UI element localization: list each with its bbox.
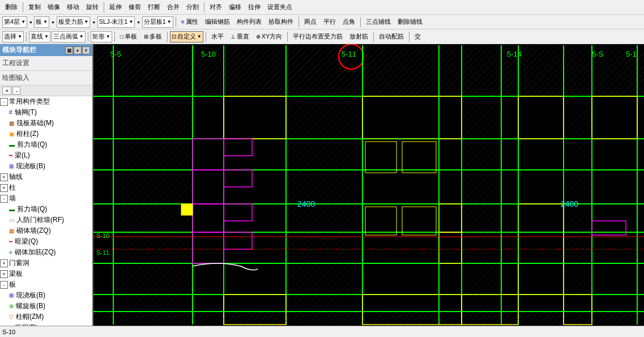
- wall-group-toggle[interactable]: -: [0, 195, 8, 203]
- component-list-label: 构件列表: [237, 18, 262, 26]
- tree-slab-group[interactable]: - 板: [0, 279, 92, 290]
- line-combo[interactable]: 直线 ▼: [29, 31, 50, 42]
- tree-wall-group[interactable]: - 墙: [0, 193, 92, 204]
- panel-pin-btn[interactable]: ♦: [74, 46, 82, 54]
- custom-arrow: ▼: [197, 34, 202, 39]
- stretch-btn[interactable]: 拉伸: [245, 2, 263, 12]
- tree-beam-group[interactable]: + 梁板: [0, 268, 92, 279]
- axis-group-toggle[interactable]: +: [0, 173, 8, 181]
- multi-slab-btn[interactable]: ⊞ 多板: [141, 31, 165, 42]
- section-select[interactable]: 分层板1 ▼: [142, 16, 173, 28]
- common-toggle[interactable]: -: [0, 98, 8, 106]
- select-combo[interactable]: 选择 ▼: [2, 31, 24, 42]
- parallel-rebar-btn[interactable]: 平行边布置受力筋: [290, 31, 346, 42]
- tree-axis-group[interactable]: + 轴线: [0, 172, 92, 182]
- delete-assist-btn[interactable]: 删除辅线: [395, 16, 425, 27]
- tree-beam[interactable]: ━ 梁(L): [0, 150, 92, 161]
- component-type-select[interactable]: 板 ▼: [34, 16, 49, 28]
- split-label: 分割: [186, 3, 199, 11]
- angle-btn[interactable]: 点角: [340, 16, 358, 27]
- drawing-input-link[interactable]: 绘图输入: [2, 72, 90, 84]
- vertical-icon: ⊥: [231, 33, 236, 40]
- slab-group-toggle[interactable]: -: [0, 281, 8, 289]
- tree-common-header[interactable]: - 常用构件类型: [0, 96, 92, 107]
- grip-btn[interactable]: 设置夹点: [265, 2, 295, 12]
- sub-component-select[interactable]: 板受力筋 ▼: [57, 16, 91, 28]
- axis-5-5-label: 5-5: [110, 50, 121, 58]
- horizontal-btn[interactable]: 水平: [208, 31, 227, 42]
- radial-btn[interactable]: 放射筋: [347, 31, 371, 42]
- sub-component-label: 板受力筋: [58, 18, 83, 26]
- three-point-btn[interactable]: 三点辅线: [363, 16, 394, 27]
- tree-masonry[interactable]: ▦ 砌体墙(ZQ): [0, 225, 92, 236]
- tree-pile[interactable]: ▦ 筏板基础(M): [0, 118, 92, 129]
- tree-add-btn[interactable]: +: [2, 87, 11, 95]
- sep-l3: ▪: [91, 18, 96, 26]
- tree-frame[interactable]: ▣ 框柱(Z): [0, 129, 92, 139]
- copy-btn[interactable]: 复制: [25, 2, 44, 12]
- wall-shear-label: 剪力墙(Q): [16, 204, 92, 214]
- tree-slab-spiral[interactable]: ⊛ 螺旋板(B): [0, 301, 92, 312]
- delete-btn[interactable]: 删除: [2, 2, 20, 12]
- tree-column-group[interactable]: + 柱: [0, 182, 92, 193]
- toolbar-row3: 选择 ▼ 直线 ▼ 三点画弧 ▼ 矩形 ▼ □ 单板 ⊞ 多板 ⊡ 自定义: [0, 29, 644, 44]
- single-slab-label: 单板: [125, 32, 137, 41]
- wall-shear-icon: ▬: [9, 206, 15, 212]
- layer-select[interactable]: 第4层 ▼: [2, 16, 27, 28]
- panel-close-btn[interactable]: ×: [82, 46, 90, 54]
- arc-combo[interactable]: 三点画弧 ▼: [52, 31, 86, 42]
- cad-canvas[interactable]: 5-5 5-10 5-11 5-14 5-S 5-1: [93, 44, 644, 326]
- mirror-btn[interactable]: 镜像: [45, 2, 63, 12]
- tree-slab-cast[interactable]: ⊞ 现浇板(B): [0, 290, 92, 301]
- rect-combo[interactable]: 矩形 ▼: [91, 31, 112, 42]
- wall-group-label: 墙: [8, 194, 92, 203]
- tree-minus-btn[interactable]: -: [12, 87, 20, 95]
- beam-group-toggle[interactable]: +: [0, 270, 8, 278]
- pick-component-btn[interactable]: 拾取构件: [266, 16, 296, 27]
- sep-d8: [409, 32, 410, 42]
- trim-btn[interactable]: 修剪: [126, 2, 144, 12]
- break-btn[interactable]: 打断: [145, 2, 163, 12]
- merge-btn[interactable]: 合并: [164, 2, 182, 12]
- tree-air-defense[interactable]: ▭ 人防门框墙(RF): [0, 215, 92, 225]
- column-group-toggle[interactable]: +: [0, 184, 8, 192]
- tree-masonry-rebar[interactable]: ≡ 砌体加筋(ZQ): [0, 247, 92, 258]
- tree-dark-beam[interactable]: ━ 暗梁(Q): [0, 236, 92, 247]
- door-group-toggle[interactable]: +: [0, 259, 8, 267]
- tree-door-group[interactable]: + 门窗洞: [0, 258, 92, 268]
- beam-group-label: 梁板: [8, 269, 92, 279]
- custom-combo[interactable]: ⊡ 自定义 ▼: [170, 31, 203, 42]
- panel-float-btn[interactable]: ▣: [65, 46, 73, 54]
- tree-slab[interactable]: ⊞ 现浇板(B): [0, 161, 92, 172]
- cross-btn[interactable]: 交: [412, 31, 424, 42]
- align-btn[interactable]: 对齐: [207, 2, 225, 12]
- two-points-btn[interactable]: 两点: [301, 16, 319, 27]
- vertical-btn[interactable]: ⊥ 垂直: [228, 31, 252, 42]
- single-slab-icon: □: [120, 33, 123, 40]
- move-btn[interactable]: 移动: [64, 2, 82, 12]
- slab-label: 现浇板(B): [15, 161, 92, 171]
- extend-btn[interactable]: 延伸: [106, 2, 125, 12]
- xy-dir-btn[interactable]: ⊕ XY方向: [253, 31, 285, 42]
- svg-rect-60: [93, 312, 644, 325]
- project-settings-link[interactable]: 工程设置: [2, 57, 90, 69]
- tree-shear[interactable]: ▬ 剪力墙(Q): [0, 139, 92, 150]
- tree-wall-shear[interactable]: ▬ 剪力墙(Q): [0, 204, 92, 215]
- axis-5-s-label: 5-S: [592, 50, 604, 58]
- sep-r3: [360, 17, 361, 27]
- sep-l4: ▪: [136, 18, 140, 26]
- split-btn[interactable]: 分割: [184, 2, 202, 12]
- sep-r2: [298, 17, 299, 27]
- type-label: SLJ-未注1: [99, 18, 128, 26]
- rotate-btn[interactable]: 旋转: [83, 2, 101, 12]
- type-select[interactable]: SLJ-未注1 ▼: [97, 16, 135, 28]
- component-list-btn[interactable]: 构件列表: [234, 16, 265, 27]
- single-slab-btn[interactable]: □ 单板: [117, 31, 140, 42]
- edit-rebar-btn[interactable]: 编辑钢筋: [202, 16, 233, 27]
- tree-slab-post[interactable]: ▽ 柱帽(ZM): [0, 312, 92, 322]
- offset-btn[interactable]: 偏移: [226, 2, 244, 12]
- auto-config-btn[interactable]: 自动配筋: [376, 31, 407, 42]
- parallel-btn[interactable]: 平行: [321, 16, 339, 27]
- tree-axis[interactable]: # 轴网(T): [0, 107, 92, 118]
- properties-btn[interactable]: ≡ 属性: [178, 16, 201, 27]
